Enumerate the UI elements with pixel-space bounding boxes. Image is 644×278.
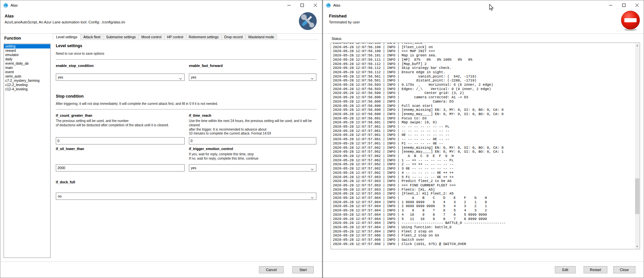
log-line: 2020-05-28 12:07:56.593 | INFO | Edges: … [333,87,640,91]
select-enable-stop-condition[interactable]: yes [56,74,185,81]
log-line: 2020-05-28 12:07:57.064 | INFO | A B C D… [333,196,640,200]
minimize-button[interactable] [282,0,296,10]
tab[interactable]: Level settings [53,34,81,40]
function-list-item[interactable]: c12-2_leveling [4,83,50,87]
log-line: 2020-05-28 12:07:57.061 | INFO | 0E -- -… [333,133,640,137]
tools-badge-icon [298,12,317,32]
footer-divider [323,262,644,262]
log-line: 2020-05-28 12:07:56.593 | INFO | 0.175s … [333,83,640,87]
titlebar[interactable]: Alas [0,0,322,10]
log-line: 2020-05-28 12:07:57.062 | INFO | A B C D… [333,154,640,158]
app-subtitle: AzurLaneAutoScript, An Azur Lane automat… [5,20,125,24]
scroll-down-icon[interactable]: ▼ [635,244,639,249]
function-list-item[interactable]: setting [4,44,50,48]
function-list-item[interactable]: c12-4_leveling [4,87,50,91]
log-line: 2020-05-28 12:07:56.111 | INFO | [HP] 97… [333,58,640,62]
function-list-item[interactable]: c7-2_mystery_farming [4,78,50,83]
section-note-stop-condition: After triggering, it will not stop immed… [56,102,315,106]
edit-button[interactable]: Edit [555,266,576,273]
close-action-button[interactable]: Close [613,266,635,273]
restart-button[interactable]: Restart [584,266,607,273]
input-if-oil-lower-than[interactable] [56,164,185,171]
alas-logo-icon [326,3,331,8]
alas-run-window: Alas Finished Terminated by user [323,0,644,278]
log-line: 2020-05-28 12:07:57.066 | INFO | Switch … [333,238,640,242]
scrollbar-thumb[interactable] [635,178,639,214]
log-line: 2020-05-28 12:07:56.112 | INFO | Skip st… [333,66,640,70]
window-controls [604,0,644,10]
header-divider [323,33,644,34]
section-heading-stop-condition: Stop condition [56,94,84,99]
field-label-enable-stop-condition: enable_stop_condition [56,64,93,68]
function-list-item[interactable]: event [4,70,50,74]
tab-bar: Level settingsAttack fleetSubmarine sett… [53,34,318,40]
titlebar[interactable]: Alas [323,0,644,10]
log-line: 2020-05-28 12:07:57.063 | INFO | Fleets:… [333,188,640,192]
log-line: 2020-05-28 12:07:57.066 | INFO | Fleet_2… [333,233,640,238]
select-value: yes [58,75,63,79]
function-list-item[interactable]: main [4,66,50,70]
close-button[interactable] [630,0,644,10]
log-line: 2020-05-28 12:07:57.063 | INFO | <<< FIN… [333,183,640,188]
tab[interactable]: Attack fleet [80,34,103,40]
minimize-button[interactable] [604,0,617,10]
function-list-item[interactable]: daily [4,57,50,61]
field-help-if-trigger-emotion-control: If yes, wait for reply, complete this ti… [189,152,316,161]
field-help-if-time-reach: Use the time within the next 24 hours, t… [189,119,316,136]
log-line: 2020-05-28 12:07:56.600 | INFO | camera … [333,95,640,100]
run-status-subtitle: Terminated by user [329,20,360,24]
function-list-item[interactable]: reward [4,48,50,53]
section-note-level-settings: Need to run once to save options [56,52,104,55]
select-if-dock-full[interactable]: no [56,193,316,200]
log-line: 2020-05-28 12:07:57.063 | INFO | [Fleet_… [333,192,640,196]
log-scrollbar[interactable]: ▲ ▼ [635,43,639,249]
function-list-item[interactable]: semi_auto [4,74,50,78]
app-title: Alas [5,14,14,18]
log-line: 2020-05-28 12:07:57.061 | INFO | -- -- -… [333,129,640,133]
input-if-count-greater-than[interactable] [56,137,185,144]
close-button[interactable] [309,0,322,10]
log-line: 2020-05-28 12:07:57.064 | INFO | -------… [333,221,640,225]
tab[interactable]: Retirement settings [186,34,222,40]
log-line: 2020-05-28 12:07:56.100 | INFO | [Fleet_… [333,45,640,49]
log-line: 2020-05-28 12:07:57.063 | INFO | Predict… [333,179,640,183]
footer-divider [0,262,322,262]
function-list[interactable]: settingrewardemulatordailyevent_daily_ab… [4,44,51,258]
start-button[interactable]: Start [292,266,314,273]
select-enable-fast-forward[interactable]: yes [189,74,316,81]
tab[interactable]: HP control [164,34,186,40]
field-label-enable-fast-forward: enable_fast_forward [189,64,223,68]
tab[interactable]: Drop record [221,34,245,40]
chevron-down-icon [311,167,314,171]
log-line: 2020-05-28 12:07:57.062 | INFO | 4 -- --… [333,171,640,175]
log-line: 2020-05-28 12:07:57.064 | INFO | Using f… [333,225,640,230]
chevron-down-icon [311,77,314,80]
tab[interactable]: Submarine settings [103,34,139,40]
log-line: 2020-05-28 12:07:56.100 | INFO | fleet_l… [333,43,640,45]
scroll-up-icon[interactable]: ▲ [635,43,639,47]
log-line: 2020-05-28 12:07:57.064 | INFO | 4 10 9 … [333,213,640,217]
status-log[interactable]: 2020-05-28 12:07:56.100 | INFO | fleet_l… [331,43,640,249]
input-if-time-reach[interactable] [189,137,316,144]
tab[interactable]: Mood control [138,34,164,40]
desktop: Alas Alas AzurLaneAutoScript, An Azur La… [0,0,644,278]
field-help-if-count-greater-than: The previous setting will be used, and t… [56,119,185,128]
function-list-item[interactable]: event_daily_ab [4,61,50,66]
log-line: 2020-05-28 12:07:56.601 | INFO | Map swi… [333,120,640,125]
log-line: 2020-05-28 12:07:56.101 | INFO | Map is … [333,53,640,58]
log-line: 2020-05-28 12:07:56.600 | INFO | [enemy_… [333,112,640,116]
select-if-trigger-emotion-control[interactable]: yes [189,164,316,171]
maximize-button[interactable] [296,0,309,10]
log-line: 2020-05-28 12:07:57.064 | INFO | 1 9999 … [333,200,640,204]
cancel-button[interactable]: Cancel [259,266,284,273]
log-line: 2020-05-28 12:07:57.062 | INFO | [enemy_… [333,146,640,150]
function-panel-title: Function [4,36,21,41]
function-list-item[interactable]: emulator [4,53,50,57]
log-line: 2020-05-28 12:07:57.066 | INFO | Click (… [333,242,640,246]
maximize-button[interactable] [617,0,630,10]
select-value: no [58,194,62,198]
field-label-if-dock-full: if_dock_full [56,180,75,184]
run-status-title: Finished [329,14,346,18]
tab[interactable]: Wasteland mode [245,34,277,40]
log-line: 2020-05-28 12:07:57.062 | INFO | 2 -- ++… [333,162,640,167]
